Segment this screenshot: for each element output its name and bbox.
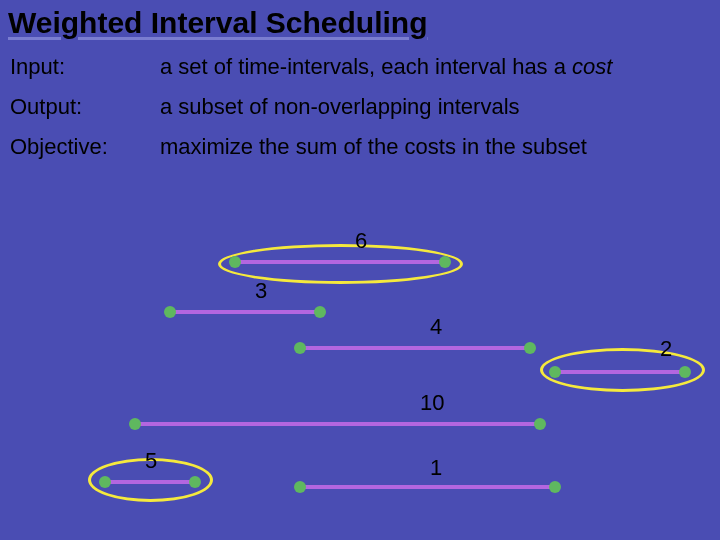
interval-bar [300, 485, 555, 489]
interval-weight: 6 [355, 228, 367, 254]
interval-bar [135, 422, 540, 426]
interval-weight: 3 [255, 278, 267, 304]
interval-bar [555, 370, 685, 374]
interval-weight: 4 [430, 314, 442, 340]
def-input-label: Input: [10, 54, 160, 80]
def-output: Output: a subset of non-overlapping inte… [10, 94, 710, 120]
def-objective: Objective: maximize the sum of the costs… [10, 134, 710, 160]
def-input-value: a set of time-intervals, each interval h… [160, 54, 612, 80]
definitions: Input: a set of time-intervals, each int… [0, 42, 720, 160]
def-input: Input: a set of time-intervals, each int… [10, 54, 710, 80]
def-output-label: Output: [10, 94, 160, 120]
def-objective-value: maximize the sum of the costs in the sub… [160, 134, 587, 160]
def-objective-label: Objective: [10, 134, 160, 160]
interval-weight: 5 [145, 448, 157, 474]
def-input-em: cost [572, 54, 612, 79]
interval-bar [300, 346, 530, 350]
interval-weight: 10 [420, 390, 444, 416]
interval-bar [235, 260, 445, 264]
interval-weight: 2 [660, 336, 672, 362]
page-title: Weighted Interval Scheduling [0, 0, 720, 42]
def-input-text: a set of time-intervals, each interval h… [160, 54, 572, 79]
interval-bar [105, 480, 195, 484]
interval-weight: 1 [430, 455, 442, 481]
interval-bar [170, 310, 320, 314]
def-output-value: a subset of non-overlapping intervals [160, 94, 520, 120]
intervals-diagram: 63421051 [0, 230, 720, 540]
